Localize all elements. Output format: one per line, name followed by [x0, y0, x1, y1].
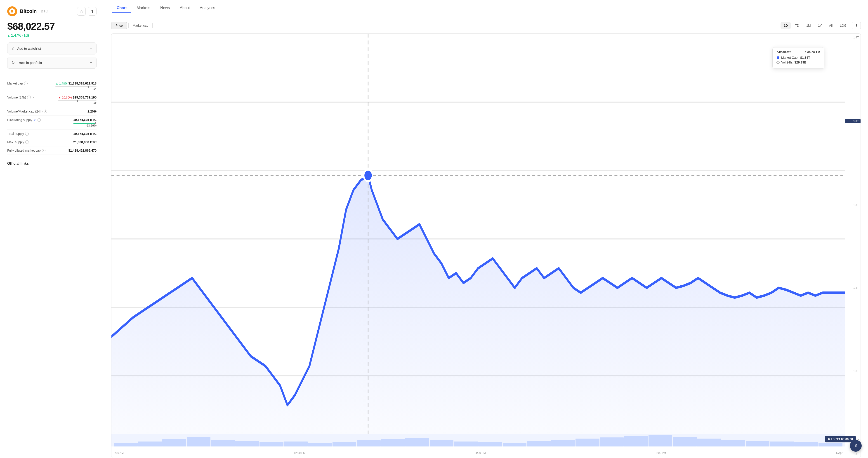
total-supply-row: Total supply i 19,674,625 BTC: [7, 130, 96, 138]
volume-row: Volume (24h) i › ▼ 20.30% $29,368,739,19…: [7, 93, 96, 107]
vol-market-row: Volume/Market cap (24h) i 2.20%: [7, 107, 96, 116]
tooltip-market-cap-label: Market Cap:: [781, 56, 798, 59]
share-button[interactable]: ⬆: [88, 7, 96, 15]
tooltip-market-cap-value: $1.34T: [800, 56, 810, 59]
market-cap-row: Market cap i ▲ 1.48% $1,338,318,621,918 …: [7, 79, 96, 93]
tab-markets[interactable]: Markets: [132, 3, 155, 13]
track-portfolio-button[interactable]: ↻ Track in portfolio +: [7, 57, 96, 69]
x-label-2: 12:00 PM: [294, 452, 305, 455]
verified-icon: ✔: [33, 118, 36, 122]
time-1m-button[interactable]: 1M: [803, 22, 814, 29]
chart-wrapper: 1.4T 1.3T 1.3T 1.3T 1.3T 1.3T 04/06/2024…: [111, 33, 861, 458]
vol-market-info-icon[interactable]: i: [43, 109, 47, 113]
tooltip-vol-label: Vol 24h:: [781, 61, 793, 64]
volume-bar: [235, 441, 259, 447]
coin-title: Bitcoin BTC: [7, 6, 48, 16]
volume-bar: [284, 441, 308, 447]
market-cap-change: ▲ 1.48%: [55, 82, 67, 85]
volume-info-icon[interactable]: i: [27, 96, 31, 99]
tooltip-vol-value: $29.39B: [795, 61, 807, 64]
stats-section: Market cap i ▲ 1.48% $1,338,318,621,918 …: [7, 75, 96, 166]
y-label-5: 1.3T: [845, 369, 861, 372]
volume-bar: [673, 437, 697, 447]
circulating-pct: 93.69%: [87, 124, 96, 127]
price-change: ▲ 1.47% (1d): [7, 33, 96, 37]
market-cap-info-icon[interactable]: i: [24, 81, 28, 85]
volume-progress-fill: [58, 100, 77, 101]
download-button[interactable]: ⬇: [852, 22, 861, 29]
volume-bar: [770, 441, 794, 447]
total-supply-info-icon[interactable]: i: [25, 132, 29, 136]
vol-market-label: Volume/Market cap (24h): [7, 109, 42, 113]
market-cap-progress: [55, 86, 96, 87]
circulating-info-icon[interactable]: i: [37, 118, 41, 122]
volume-bar: [794, 442, 818, 447]
market-cap-value: $1,338,318,621,918: [68, 81, 96, 85]
action-buttons: ☆ Add to watchlist + ↻ Track in portfoli…: [7, 42, 96, 69]
volume-label: Volume (24h): [7, 96, 26, 99]
tooltip-market-cap-dot: [777, 56, 779, 59]
x-label-1: 8:00 AM: [114, 452, 124, 455]
price-button[interactable]: Price: [111, 22, 127, 29]
volume-bar: [187, 437, 211, 447]
chart-tooltip: 04/06/2024 5:06:08 AM Market Cap: $1.34T…: [772, 47, 825, 69]
right-panel: Chart Markets News About Analytics Price…: [104, 0, 868, 458]
market-cap-progress-fill: [55, 86, 88, 87]
star-icon: ☆: [11, 46, 15, 51]
volume-bar: [551, 440, 575, 447]
tab-news[interactable]: News: [156, 3, 175, 13]
tab-analytics[interactable]: Analytics: [195, 3, 220, 13]
header-actions: ☆ ⬆: [77, 7, 96, 15]
volume-bar: [381, 439, 405, 447]
time-1d-button[interactable]: 1D: [780, 22, 791, 29]
market-cap-button[interactable]: Market cap: [128, 22, 153, 29]
tab-about[interactable]: About: [175, 3, 194, 13]
volume-bar: [211, 440, 235, 447]
time-1y-button[interactable]: 1Y: [815, 22, 825, 29]
tabs-bar: Chart Markets News About Analytics: [104, 0, 868, 16]
volume-bar: [624, 436, 648, 447]
volume-bar: [162, 439, 186, 447]
coin-price: $68,022.57: [7, 21, 96, 32]
volume-value: $29,368,739,195: [73, 96, 96, 99]
volume-progress-marker: [77, 100, 78, 102]
volume-change: ▼ 20.30%: [58, 96, 72, 99]
x-label-3: 4:00 PM: [475, 452, 486, 455]
tab-chart[interactable]: Chart: [112, 3, 131, 13]
tooltip-date: 04/06/2024: [777, 51, 792, 54]
time-buttons: 1D 7D 1M 1Y All LOG ⬇: [780, 22, 861, 29]
fdmc-info-icon[interactable]: i: [42, 149, 45, 152]
volume-chevron-icon[interactable]: ›: [33, 96, 34, 99]
date-badge: 6 Apr '24 05:06:08: [825, 436, 856, 443]
circulating-progress: [73, 123, 96, 124]
tooltip-vol-diamond: [776, 61, 780, 64]
y-label-4: 1.3T: [845, 286, 861, 289]
time-all-button[interactable]: All: [826, 22, 836, 29]
circulating-progress-fill: [73, 123, 95, 124]
volume-bar: [527, 441, 551, 447]
time-7d-button[interactable]: 7D: [792, 22, 802, 29]
coin-header: Bitcoin BTC ☆ ⬆: [7, 6, 96, 16]
x-label-4: 8:00 PM: [656, 452, 666, 455]
tooltip-time: 5:06:08 AM: [805, 51, 820, 54]
circulating-progress-marker: [95, 122, 96, 124]
total-supply-value: 19,674,625 BTC: [73, 132, 96, 136]
watchlist-star-button[interactable]: ☆: [77, 7, 86, 15]
y-label-1: 1.4T: [845, 36, 861, 39]
time-log-button[interactable]: LOG: [837, 22, 850, 29]
volume-bar: [138, 441, 162, 447]
portfolio-icon: ↻: [11, 60, 15, 65]
max-supply-info-icon[interactable]: i: [25, 140, 29, 144]
market-cap-rank: #1: [94, 88, 96, 91]
chart-controls: Price Market cap 1D 7D 1M 1Y All LOG ⬇: [111, 22, 861, 29]
market-cap-progress-marker: [88, 86, 89, 88]
volume-bar: [818, 443, 842, 447]
add-watchlist-button[interactable]: ☆ Add to watchlist +: [7, 42, 96, 55]
volume-bar: [576, 438, 599, 447]
plus-icon: +: [90, 46, 92, 51]
y-label-highlight: 1.3T: [845, 119, 861, 123]
volume-bar: [333, 442, 356, 447]
volume-bar: [430, 440, 454, 447]
volume-bar: [697, 438, 721, 447]
volume-bar: [478, 442, 502, 447]
